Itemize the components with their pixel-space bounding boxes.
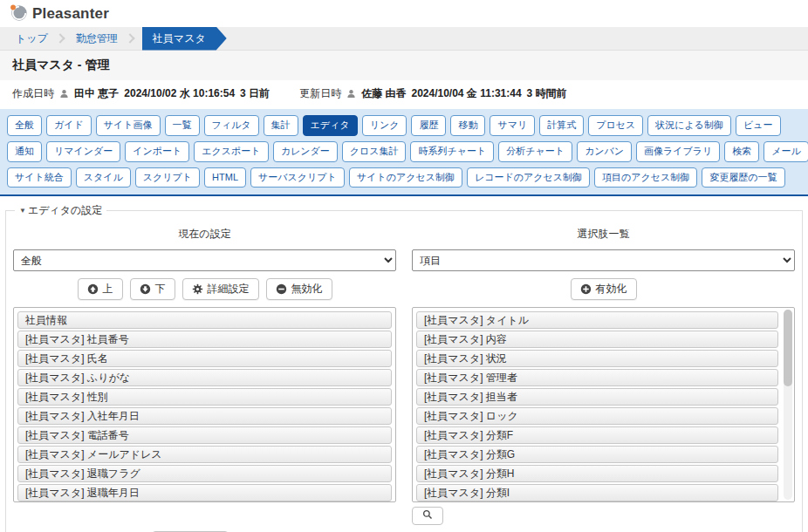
tab-row-1: 全般ガイドサイト画像一覧フィルタ集計エディタリンク履歴移動サマリ計算式プロセス状… [7, 115, 801, 136]
options-actions: 有効化 [412, 278, 795, 300]
chevron-right-icon [55, 33, 65, 43]
list-item[interactable]: [社員マスタ] 退職フラグ [17, 465, 392, 482]
search-icon [422, 509, 433, 522]
tab[interactable]: スタイル [76, 167, 131, 188]
tab[interactable]: 移動 [450, 115, 485, 136]
tab[interactable]: 検索 [724, 141, 759, 162]
list-item[interactable]: [社員マスタ] 分類I [416, 484, 778, 501]
list-item[interactable]: [社員マスタ] 内容 [416, 331, 778, 348]
updated-label: 更新日時 [299, 86, 341, 101]
disable-button[interactable]: 無効化 [266, 278, 332, 300]
list-item[interactable]: [社員マスタ] 担当者 [416, 388, 778, 406]
breadcrumb-item-current[interactable]: 社員マスタ [142, 27, 227, 51]
breadcrumb-item-top[interactable]: トップ [7, 31, 57, 46]
options-list: [社員マスタ] タイトル[社員マスタ] 内容[社員マスタ] 状況[社員マスタ] … [412, 307, 795, 502]
tab[interactable]: サイト統合 [7, 167, 72, 188]
editor-settings-legend[interactable]: ▼エディタの設定 [15, 203, 106, 218]
tab[interactable]: メール [763, 141, 808, 162]
page: Pleasanter トップ 勤怠管理 社員マスタ 社員マスタ - 管理 作成日… [0, 0, 808, 532]
tab[interactable]: ビュー [736, 115, 781, 136]
tab[interactable]: クロス集計 [342, 141, 407, 162]
list-item[interactable]: [社員マスタ] タイトル [416, 311, 778, 329]
page-title: 社員マスタ - 管理 [12, 58, 796, 73]
circle-minus-icon [276, 283, 287, 295]
tab[interactable]: 分析チャート [498, 141, 572, 162]
tab[interactable]: 全般 [7, 115, 42, 136]
title-bar: 社員マスタ - 管理 [0, 51, 808, 80]
tab[interactable]: エディタ [303, 115, 358, 136]
tab-row-2: 通知リマインダーインポートエクスポートカレンダークロス集計時系列チャート分析チャ… [7, 141, 801, 162]
current-settings-select[interactable]: 全般 [13, 249, 396, 271]
breadcrumb-item-attendance[interactable]: 勤怠管理 [67, 31, 127, 46]
list-item[interactable]: [社員マスタ] ふりがな [17, 369, 392, 386]
tab[interactable]: 通知 [7, 141, 42, 162]
created-ago: 3 日前 [240, 86, 270, 101]
list-item[interactable]: [社員マスタ] 社員番号 [17, 331, 392, 348]
tab[interactable]: サーバスクリプト [250, 167, 345, 188]
created-datetime: 2024/10/02 水 10:16:54 [124, 86, 235, 101]
tab[interactable]: インポート [125, 141, 189, 162]
options-column: 選択肢一覧 項目 有効化 [社員 [412, 222, 795, 525]
list-item[interactable]: [社員マスタ] 性別 [17, 388, 392, 406]
breadcrumb: トップ 勤怠管理 社員マスタ [0, 27, 808, 51]
move-up-button[interactable]: 上 [78, 278, 123, 300]
tab[interactable]: 画像ライブラリ [636, 141, 720, 162]
user-icon [346, 89, 356, 99]
advanced-settings-button[interactable]: 詳細設定 [182, 278, 259, 300]
tab[interactable]: サイトのアクセス制御 [349, 167, 462, 188]
scrollbar-thumb[interactable] [784, 310, 792, 386]
scrollbar [784, 310, 792, 500]
tab[interactable]: フィルタ [204, 115, 259, 136]
tab[interactable]: 集計 [264, 115, 298, 136]
tab[interactable]: 履歴 [411, 115, 446, 136]
enable-button[interactable]: 有効化 [571, 278, 637, 300]
list-item[interactable]: [社員マスタ] 退職年月日 [17, 484, 392, 501]
list-item[interactable]: [社員マスタ] 分類G [416, 446, 778, 463]
tab[interactable]: 一覧 [165, 115, 200, 136]
tab[interactable]: カレンダー [273, 141, 338, 162]
tab[interactable]: 時系列チャート [410, 141, 494, 162]
list-item[interactable]: [社員マスタ] 氏名 [17, 350, 392, 367]
list-item[interactable]: [社員マスタ] 分類H [416, 465, 778, 482]
list-item[interactable]: [社員マスタ] 管理者 [416, 369, 778, 386]
current-settings-header: 現在の設定 [13, 222, 396, 249]
list-item[interactable]: [社員マスタ] 電話番号 [17, 426, 392, 444]
tab[interactable]: サマリ [490, 115, 535, 136]
list-item[interactable]: 社員情報 [17, 311, 392, 329]
options-header: 選択肢一覧 [412, 222, 795, 249]
editor-settings-section: ▼エディタの設定 現在の設定 全般 上 [5, 203, 803, 532]
tab[interactable]: 項目のアクセス制御 [594, 167, 697, 188]
tab[interactable]: スクリプト [135, 167, 200, 188]
updated-user: 佐藤 由香 [361, 86, 406, 101]
tab[interactable]: プロセス [588, 115, 643, 136]
tab[interactable]: ガイド [46, 115, 92, 136]
updated-datetime: 2024/10/04 金 11:31:44 [411, 86, 521, 101]
tab[interactable]: リマインダー [46, 141, 120, 162]
tab[interactable]: サイト画像 [96, 115, 161, 136]
tab[interactable]: レコードのアクセス制御 [467, 167, 590, 188]
move-down-button[interactable]: 下 [130, 278, 175, 300]
list-item[interactable]: [社員マスタ] メールアドレス [17, 446, 392, 463]
gear-icon [192, 283, 203, 295]
list-item[interactable]: [社員マスタ] 分類F [416, 426, 778, 444]
tab[interactable]: 計算式 [539, 115, 584, 136]
list-item[interactable]: [社員マスタ] 状況 [416, 350, 778, 367]
chevron-right-icon [125, 33, 134, 43]
created-label: 作成日時 [12, 86, 54, 101]
updated-ago: 3 時間前 [527, 86, 567, 101]
tab[interactable]: 変更履歴の一覧 [702, 167, 784, 188]
list-item[interactable]: [社員マスタ] ロック [416, 407, 778, 425]
tab[interactable]: リンク [362, 115, 407, 136]
circle-plus-icon [580, 283, 592, 295]
pleasanter-logo-icon [9, 3, 28, 25]
options-select[interactable]: 項目 [412, 249, 795, 271]
tab[interactable]: 状況による制御 [647, 115, 731, 136]
tab[interactable]: HTML [204, 167, 246, 188]
app-logo[interactable]: Pleasanter [9, 3, 109, 25]
list-item[interactable]: [社員マスタ] 入社年月日 [17, 407, 392, 425]
current-settings-list: 社員情報[社員マスタ] 社員番号[社員マスタ] 氏名[社員マスタ] ふりがな[社… [13, 307, 396, 502]
search-button[interactable] [412, 507, 443, 525]
circle-arrow-up-icon [87, 283, 99, 295]
tab[interactable]: エクスポート [194, 141, 268, 162]
tab[interactable]: カンバン [577, 141, 632, 162]
